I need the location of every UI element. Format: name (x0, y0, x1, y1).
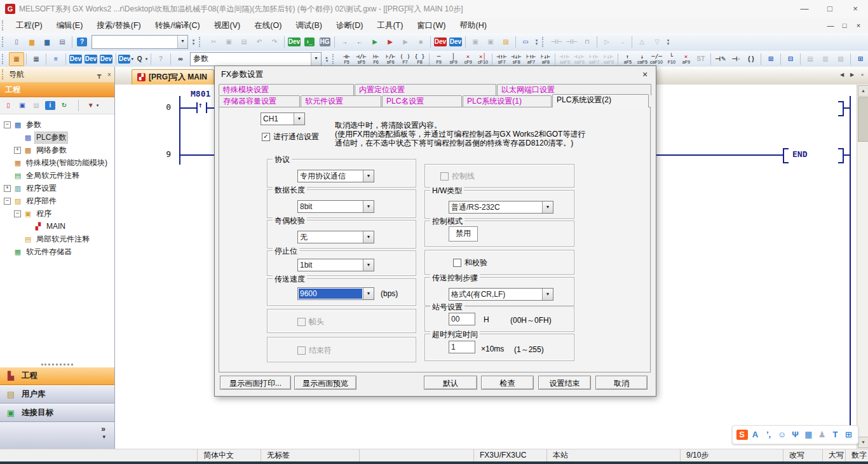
note-edit-icon[interactable]: ▧ (833, 52, 848, 66)
communication-setting-checkbox[interactable]: 进行通信设置 (262, 132, 319, 142)
tab-plc-system-1[interactable]: PLC系统设置(1) (463, 95, 552, 107)
more-options-icon[interactable]: ▾ (102, 433, 105, 440)
tree-item-special-module[interactable]: ▦ 特殊模块(智能功能模块) (0, 156, 114, 169)
falling-pulse-close-branch-button[interactable]: ⊦↓⊢saF8 (601, 51, 616, 66)
tree-item-local-comment[interactable]: ▤ 局部软元件注释 (0, 233, 114, 245)
monitor-stop-icon[interactable]: ■ (413, 35, 428, 49)
close-contact-button[interactable]: ⊣/⊢sF5 (354, 51, 369, 66)
navigation-toggle-icon[interactable]: ▦ (9, 52, 24, 66)
coil-button[interactable]: ( )F7 (398, 51, 412, 66)
combo-dropdown-icon[interactable]: ▼ (177, 36, 187, 48)
inline-st-insert-icon[interactable]: ⊟ (783, 52, 798, 66)
sum-check-checkbox[interactable]: 和校验 (453, 257, 487, 268)
tree-item-plc-parameter[interactable]: ▩ PLC参数 (0, 131, 114, 144)
channel-select[interactable]: CH1▼ (261, 113, 305, 125)
line-draw-button[interactable]: └F10 (664, 51, 679, 66)
menu-diagnostics[interactable]: 诊断(D) (329, 18, 370, 32)
terminator-checkbox[interactable]: 结束符 (297, 345, 332, 356)
tree-item-device-memory[interactable]: ▦ 软元件存储器 (0, 245, 114, 258)
tree-item-parameter[interactable]: − ▩ 参数 (0, 118, 114, 131)
tab-device-setting[interactable]: 软元件设置 (301, 95, 381, 107)
control-line-checkbox[interactable]: 控制线 (440, 171, 475, 182)
mdi-close-button[interactable]: × (851, 22, 865, 29)
monitor-window-icon[interactable]: ▭ (518, 35, 533, 49)
tree-item-program-setting[interactable]: + ▥ 程序设置 (0, 182, 114, 194)
tree-item-global-comment[interactable]: ▤ 全局软元件注释 (0, 169, 114, 182)
application-instruction-button[interactable]: { }F8 (412, 51, 427, 66)
tab-scroll-right-icon[interactable]: ▶ (848, 71, 857, 79)
tab-plc-system-2[interactable]: PLC系统设置(2) (552, 94, 649, 107)
window-next-icon[interactable]: ▣ (483, 35, 498, 49)
menu-help[interactable]: 帮助(H) (452, 18, 493, 32)
print-screen-button[interactable]: 显示画面打印... (220, 376, 291, 390)
ime-language-icon[interactable]: A (749, 428, 762, 442)
comment-edit-icon[interactable]: ▤ (803, 52, 818, 66)
tab-scroll-left-icon[interactable]: ◀ (837, 71, 846, 79)
device-comment-list-icon[interactable]: Dev (68, 52, 83, 66)
find-binoculars-icon[interactable]: ∞ (173, 52, 188, 66)
close-button[interactable]: × (843, 2, 868, 16)
monitor-start-icon[interactable]: ▶ (398, 35, 413, 49)
mdi-restore-button[interactable]: □ (837, 22, 851, 29)
watch-stop-icon[interactable]: ⊣⊢ (564, 35, 580, 49)
check-button[interactable]: 检查 (481, 376, 534, 390)
coil-edit-icon[interactable]: ( ) (743, 52, 759, 66)
data-length-select[interactable]: 8bit▼ (297, 200, 374, 213)
falling-pulse-button[interactable]: ⊣↓⊢sF8 (509, 51, 524, 66)
open-contact-button[interactable]: ⊣⊢F5 (339, 51, 354, 66)
cancel-button[interactable]: 取消 (595, 376, 648, 390)
horizontal-line-button[interactable]: ─F9 (431, 51, 446, 66)
nav-button-connection[interactable]: ▣ 连接目标 (0, 404, 114, 422)
pulse-up-button[interactable]: ↑aF5 (620, 51, 635, 66)
device-run-icon[interactable]: → (614, 35, 630, 49)
help-icon[interactable]: ? (74, 35, 90, 49)
print-icon[interactable]: ▤ (55, 35, 70, 49)
device-skip-icon[interactable]: ▷ (599, 35, 614, 49)
tab-memory-capacity[interactable]: 存储器容量设置 (219, 95, 300, 107)
device-memory-monitor-icon[interactable]: Dev (433, 35, 448, 49)
menu-project[interactable]: 工程(P) (9, 18, 50, 32)
document-tab-main[interactable]: ▞ [PRG]写入 MAIN (132, 69, 214, 85)
tree-item-network-parameter[interactable]: + ▩ 网络参数 (0, 144, 114, 156)
read-from-plc-icon[interactable]: ← (352, 35, 367, 49)
new-project-icon[interactable]: ▯ (9, 35, 24, 49)
hw-type-select[interactable]: 普通/RS-232C▼ (449, 201, 553, 214)
toolbar-overflow-icon[interactable]: ▾▾ (190, 35, 197, 49)
falling-pulse-branch-button[interactable]: ⊦↓⊢aF8 (538, 51, 553, 66)
rising-pulse-close-branch-button[interactable]: ⊦↑⊢saF7 (587, 51, 601, 66)
scan-down-icon[interactable]: ▽ (649, 35, 665, 49)
menu-compile[interactable]: 转换/编译(C) (148, 18, 207, 32)
menu-find-replace[interactable]: 搜索/替换(F) (90, 18, 147, 32)
comment-display-icon[interactable]: ⊞ (853, 52, 868, 66)
open-project-icon[interactable]: ▆ (24, 35, 39, 49)
header-checkbox[interactable]: 帧头 (297, 317, 324, 327)
device-search-icon[interactable]: Q (133, 52, 149, 66)
menu-view[interactable]: 视图(V) (207, 18, 248, 32)
module-config-icon[interactable]: ▦ (29, 52, 44, 66)
toolbar-overflow-icon[interactable]: ▸▾ (323, 52, 330, 66)
refresh-view-icon[interactable]: ↻ (57, 99, 71, 112)
panel-splitter[interactable] (0, 362, 114, 367)
tab-plc-name[interactable]: PLC名设置 (382, 95, 462, 107)
finish-button[interactable]: 设置结束 (538, 376, 591, 390)
monitor-read-icon[interactable]: ▶ (367, 35, 383, 49)
pin-icon[interactable]: ┳ (94, 71, 104, 78)
menu-window[interactable]: 窗口(W) (410, 18, 452, 32)
preview-screen-button[interactable]: 显示画面预览 (294, 376, 356, 390)
line-delete-button[interactable]: ×aF9 (679, 51, 693, 66)
ime-person-icon[interactable]: ♟ (815, 428, 829, 442)
toolbar-overflow-icon[interactable]: ▾▾ (665, 35, 672, 49)
sogou-logo-icon[interactable]: S (735, 428, 749, 442)
device-table-icon[interactable]: Dev (83, 52, 98, 66)
vertical-line-button[interactable]: │sF9 (446, 51, 461, 66)
copy-data-icon[interactable]: ▣ (15, 99, 29, 112)
rising-pulse-branch-button[interactable]: ⊦↑⊢aF7 (524, 51, 538, 66)
context-help-icon[interactable]: ? (153, 52, 168, 66)
nav-button-user-library[interactable]: ▤ 用户库 (0, 385, 114, 404)
baud-rate-select[interactable]: 9600▼ (297, 287, 374, 300)
transmission-format-select[interactable]: 格式4(有CR,LF)▼ (449, 288, 553, 301)
scroll-up-icon[interactable]: ▲ (858, 85, 868, 97)
default-button[interactable]: 默认 (424, 376, 477, 390)
task-list-icon[interactable]: ≡ (48, 52, 64, 66)
paste-icon[interactable]: ▤ (236, 35, 252, 49)
